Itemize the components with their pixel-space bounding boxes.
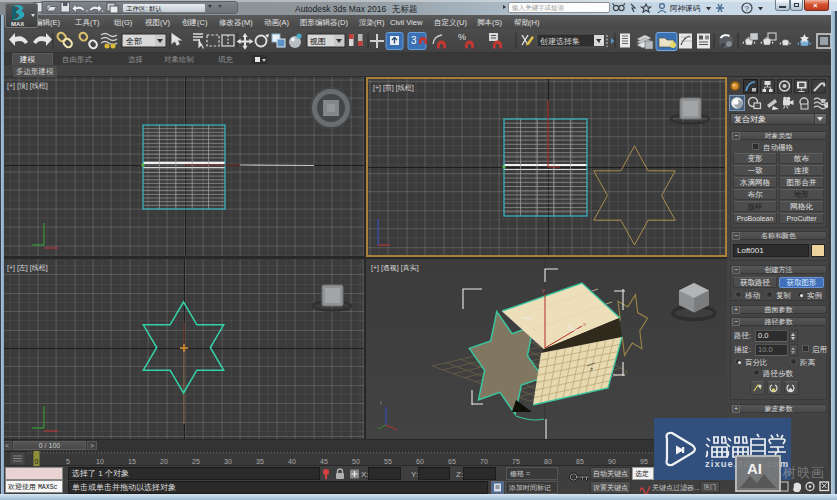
svg-text:AI: AI (747, 460, 762, 477)
svg-text:%: % (458, 32, 466, 42)
svg-text:10: 10 (96, 458, 104, 465)
svg-text:视图: 视图 (309, 37, 326, 46)
svg-text:3: 3 (411, 35, 417, 46)
svg-text:60: 60 (416, 458, 424, 465)
svg-text:90: 90 (608, 458, 616, 465)
svg-text:25: 25 (192, 458, 200, 465)
svg-text:y: y (542, 287, 545, 293)
svg-text:95: 95 (640, 458, 648, 465)
svg-text:80: 80 (544, 458, 552, 465)
svg-text:MAX: MAX (11, 21, 24, 27)
svg-text:f: f (380, 400, 382, 406)
svg-text:30: 30 (224, 458, 232, 465)
svg-text:75: 75 (512, 458, 520, 465)
svg-text:?: ? (745, 4, 750, 13)
svg-text:15: 15 (128, 458, 136, 465)
svg-text:65: 65 (448, 458, 456, 465)
svg-text:70: 70 (480, 458, 488, 465)
svg-text:45: 45 (320, 458, 328, 465)
svg-text:55: 55 (384, 458, 392, 465)
svg-text:5: 5 (66, 458, 70, 465)
svg-text:85: 85 (576, 458, 584, 465)
svg-text:z: z (590, 366, 593, 372)
svg-text:x: x (583, 321, 586, 327)
svg-text:0: 0 (35, 458, 39, 465)
svg-text:全部: 全部 (126, 37, 142, 46)
svg-text:40: 40 (288, 458, 296, 465)
svg-text:35: 35 (256, 458, 264, 465)
svg-text:50: 50 (352, 458, 360, 465)
svg-text:20: 20 (160, 458, 168, 465)
svg-text:创建选择集: 创建选择集 (539, 37, 580, 46)
svg-text:阿神谏码: 阿神谏码 (670, 4, 701, 13)
